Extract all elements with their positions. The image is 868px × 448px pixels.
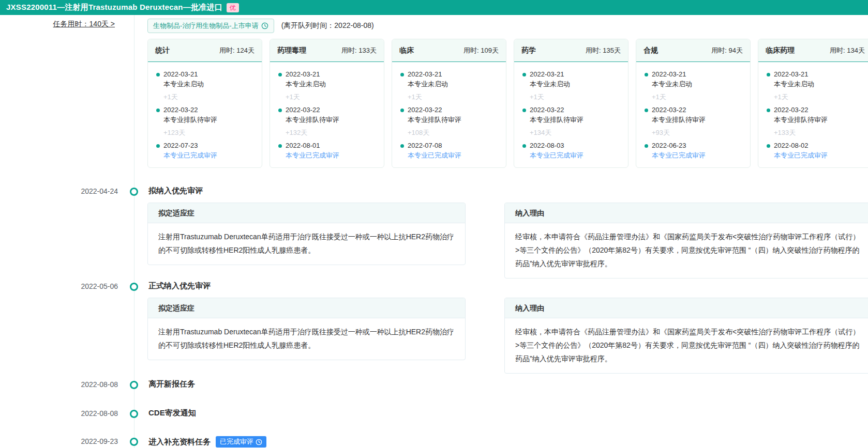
top-title-bar: JXSS2200011—注射用Trastuzumab Deruxtecan—批准… [0,0,868,15]
card-event: 2022-03-21本专业未启动 [277,69,377,89]
inclusion-reason-panel: 纳入理由经审核，本申请符合《药品注册管理办法》和《国家药监局关于发布<突破性治疗… [504,298,868,374]
event-dot-icon [645,144,648,148]
event-status: 本专业未启动 [286,79,377,89]
timeline-title: 正式纳入优先审评 [148,281,211,291]
department-card-body: 2022-03-21本专业未启动+1天2022-03-22本专业排队待审评+13… [758,62,868,167]
event-status: 本专业排队待审评 [652,115,743,125]
department-card: 临床药理用时: 134天2022-03-21本专业未启动+1天2022-03-2… [758,39,868,168]
department-card-header: 合规用时: 94天 [636,39,750,62]
event-date: 2022-03-22 [652,105,743,115]
department-duration: 用时: 133天 [341,46,377,55]
task-duration-link[interactable]: 任务用时：140天 > [31,20,115,29]
event-status: 本专业未启动 [408,79,499,89]
timeline-title-row: 进入补充资料任务已完成审评 [148,436,266,447]
timeline-date: 2022-08-08 [52,380,118,389]
priority-badge: 优 [227,3,239,12]
card-event: 2022-08-01本专业已完成审评 [277,141,377,160]
department-name: 药学 [521,46,536,55]
event-status[interactable]: 本专业已完成审评 [163,150,255,160]
department-card-header: 药学用时: 135天 [514,39,628,62]
event-date: 2022-03-22 [163,105,255,115]
page-title: JXSS2200011—注射用Trastuzumab Deruxtecan—批准… [6,3,222,12]
card-event: 2022-03-21本专业未启动 [766,69,865,89]
event-dot-icon [156,73,160,76]
category-tag[interactable]: 生物制品-治疗用生物制品-上市申请 [147,19,274,33]
department-name: 临床 [399,46,414,55]
department-card-body: 2022-03-21本专业未启动+1天2022-03-22本专业排队待审评+13… [514,62,628,167]
event-status: 本专业排队待审评 [530,115,621,125]
department-name: 临床药理 [766,46,795,55]
event-status: 本专业未启动 [774,79,865,89]
timeline-title-row: 正式纳入优先审评 [148,281,211,291]
panel-header: 拟定适应症 [148,298,465,318]
timeline-date: 2022-09-23 [52,437,118,445]
department-duration: 用时: 134天 [830,46,865,55]
event-status[interactable]: 本专业已完成审评 [286,150,377,160]
card-event: 2022-03-21本专业未启动 [155,69,255,89]
card-event: 2022-08-03本专业已完成审评 [521,141,621,160]
department-name: 药理毒理 [277,46,306,55]
event-date: 2022-03-21 [652,69,743,79]
event-status[interactable]: 本专业已完成审评 [774,150,865,160]
page: JXSS2200011—注射用Trastuzumab Deruxtecan—批准… [0,0,868,448]
event-date: 2022-03-21 [286,69,377,79]
department-card: 合规用时: 94天2022-03-21本专业未启动+1天2022-03-22本专… [636,39,751,168]
inclusion-reason-panel: 纳入理由经审核，本申请符合《药品注册管理办法》和《国家药监局关于发布<突破性治疗… [504,203,868,279]
card-event: 2022-08-02本专业已完成审评 [766,141,865,160]
card-event: 2022-07-23本专业已完成审评 [155,141,255,160]
event-gap-days: +108天 [408,128,499,137]
event-gap-days: +132天 [286,128,377,137]
event-gap-days: +123天 [163,128,255,137]
department-card: 临床用时: 109天2022-03-21本专业未启动+1天2022-03-22本… [392,39,506,168]
timeline-node-icon [130,188,138,196]
department-card-body: 2022-03-21本专业未启动+1天2022-03-22本专业排队待审评+12… [148,62,262,167]
timeline-title-row: 拟纳入优先审评 [148,186,203,196]
event-status[interactable]: 本专业已完成审评 [408,150,499,160]
event-dot-icon [767,73,770,76]
event-dot-icon [645,109,648,112]
department-card-body: 2022-03-21本专业未启动+1天2022-03-22本专业排队待审评+10… [392,62,506,167]
event-date: 2022-03-21 [408,69,499,79]
clock-icon [261,22,268,29]
event-gap-days: +1天 [774,92,865,102]
event-dot-icon [278,144,282,148]
timeline-date: 2022-08-08 [52,409,118,418]
timeline-date: 2022-05-06 [52,282,118,290]
event-status[interactable]: 本专业已完成审评 [530,150,621,160]
card-event: 2022-03-21本专业未启动 [521,69,621,89]
event-dot-icon [278,109,282,112]
event-date: 2022-08-03 [530,141,621,150]
event-date: 2022-07-08 [408,141,499,150]
event-date: 2022-08-02 [774,141,865,150]
event-dot-icon [645,73,648,76]
review-complete-badge[interactable]: 已完成审评 [216,436,266,447]
event-gap-days: +1天 [652,92,743,102]
event-dot-icon [767,144,770,148]
department-card: 药学用时: 135天2022-03-21本专业未启动+1天2022-03-22本… [514,39,628,168]
card-event: 2022-03-22本专业排队待审评 [277,105,377,125]
card-event: 2022-03-22本专业排队待审评 [399,105,499,125]
panel-header: 纳入理由 [505,298,868,318]
event-dot-icon [522,109,526,112]
event-status[interactable]: 本专业已完成审评 [652,150,743,160]
indication-panel: 拟定适应症注射用Trastuzumab Deruxtecan单药适用于治疗既往接… [147,298,466,360]
timeline-node-icon [130,410,138,418]
event-gap-days: +1天 [286,92,377,102]
department-duration: 用时: 94天 [711,46,743,55]
panel-header: 纳入理由 [505,203,868,223]
timeline-title-row: 离开新报任务 [148,379,195,389]
timeline-node-icon [130,381,138,389]
department-card-header: 临床药理用时: 134天 [758,39,868,62]
event-gap-days: +1天 [163,92,255,102]
timeline-title: 拟纳入优先审评 [148,186,203,196]
event-status: 本专业未启动 [530,79,621,89]
event-dot-icon [400,144,404,148]
timeline-title: 进入补充资料任务 [148,437,211,447]
timeline-node-icon [130,438,138,446]
department-duration: 用时: 135天 [586,46,621,55]
event-status: 本专业未启动 [652,79,743,89]
event-date: 2022-03-21 [530,69,621,79]
timeline-date: 2022-04-24 [52,187,118,195]
event-date: 2022-03-22 [286,105,377,115]
category-tag-label: 生物制品-治疗用生物制品-上市申请 [153,21,259,30]
